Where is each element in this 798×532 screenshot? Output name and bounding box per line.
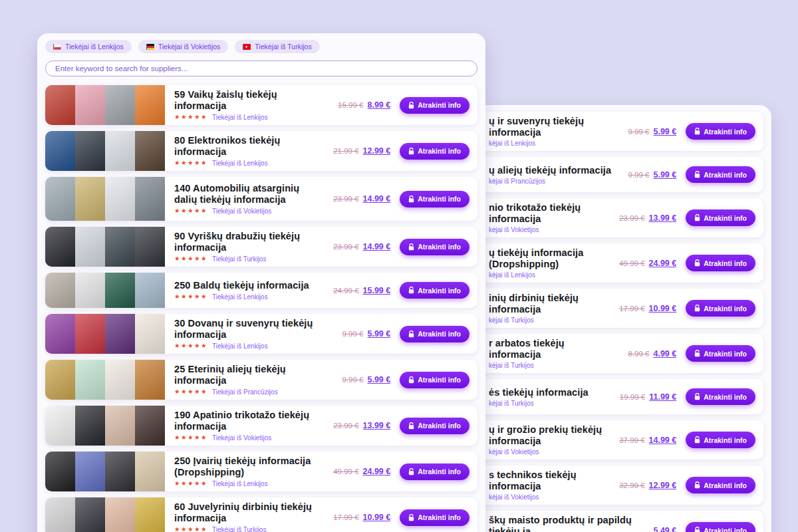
price-group: 8.99 € 4.99 € [623, 349, 677, 358]
search-bar [45, 61, 477, 76]
supplier-row[interactable]: 140 Automobilių atsarginių dalių tiekėjų… [45, 177, 477, 221]
unlock-info-button[interactable]: Atrakinti info [400, 239, 469, 255]
supplier-country: kėjai iš Turkijos [489, 317, 534, 324]
supplier-country: kėjai iš Vokietijos [489, 226, 539, 233]
row-meta: ★★★★★ Tiekėjai iš Lenkijos [174, 113, 327, 121]
chip-label: Tiekėjai iš Vokietijos [158, 43, 221, 51]
product-thumbnail [135, 360, 165, 400]
unlock-info-button[interactable]: Atrakinti info [400, 191, 469, 207]
lock-icon [694, 350, 700, 357]
row-meta: kėjai iš Lenkijos [489, 140, 618, 147]
row-title: 250 Įvairių tiekėjų informacija (Dropshi… [174, 456, 323, 478]
star-rating: ★★★★★ [174, 207, 207, 215]
old-price: 17.99 € [619, 305, 644, 313]
country-filter-chip[interactable]: Tiekėjai iš Turkijos [235, 40, 319, 53]
new-price: 13.99 € [363, 421, 391, 430]
unlock-info-button[interactable]: Atrakinti info [686, 209, 755, 226]
unlock-info-button[interactable]: Atrakinti info [400, 418, 469, 434]
unlock-info-button[interactable]: Atrakinti info [400, 372, 469, 388]
row-title: 190 Apatinio trikotažo tiekėjų informaci… [174, 410, 323, 432]
suppliers-panel-front: Tiekėjai iš Lenkijos Tiekėjai iš Vokieti… [37, 33, 485, 532]
new-price: 12.99 € [363, 146, 391, 156]
row-title: s technikos tiekėjų informacija [489, 469, 608, 492]
unlock-button-label: Atrakinti info [704, 214, 747, 222]
country-filter-chip[interactable]: Tiekėjai iš Vokietijos [138, 40, 229, 53]
product-thumbnail [105, 131, 135, 171]
row-meta: kėjai iš Vokietijos [489, 448, 608, 456]
old-price: 19.99 € [620, 393, 645, 401]
new-price: 5.99 € [653, 170, 676, 180]
supplier-row[interactable]: 30 Dovanų ir suvenyrų tiekėjų informacij… [45, 314, 477, 354]
row-title: 80 Elektronikos tiekėjų informacija [174, 135, 323, 158]
old-price: 9.99 € [628, 128, 650, 136]
unlock-info-button[interactable]: Atrakinti info [400, 464, 469, 480]
unlock-button-label: Atrakinti info [418, 101, 461, 109]
new-price: 10.99 € [363, 513, 391, 522]
product-thumbnails [45, 406, 165, 446]
supplier-row[interactable]: 25 Eterinių aliejų tiekėjų informacija ★… [45, 360, 477, 400]
supplier-row[interactable]: 90 Vyriškų drabužių tiekėjų informacija … [45, 227, 477, 267]
unlock-info-button[interactable]: Atrakinti info [686, 522, 755, 532]
unlock-info-button[interactable]: Atrakinti info [400, 282, 469, 299]
price-group: 9.99 € 5.99 € [623, 127, 677, 136]
supplier-row[interactable]: 190 Apatinio trikotažo tiekėjų informaci… [45, 406, 477, 446]
unlock-info-button[interactable]: Atrakinti info [686, 300, 755, 317]
product-thumbnail [135, 497, 165, 532]
row-info: 80 Elektronikos tiekėjų informacija ★★★★… [165, 131, 328, 171]
lock-icon [694, 436, 700, 444]
row-info: 140 Automobilių atsarginių dalių tiekėjų… [165, 179, 328, 219]
unlock-info-button[interactable]: Atrakinti info [686, 166, 755, 183]
old-price: 15.99 € [338, 101, 363, 109]
product-thumbnail [135, 406, 165, 446]
unlock-info-button[interactable]: Atrakinti info [686, 388, 755, 405]
old-price: 37.99 € [619, 436, 644, 444]
lock-icon [408, 196, 414, 203]
unlock-info-button[interactable]: Atrakinti info [686, 477, 755, 493]
old-price: 49.99 € [333, 467, 358, 475]
unlock-info-button[interactable]: Atrakinti info [400, 509, 469, 526]
product-thumbnails [45, 360, 165, 400]
price-group: 24.99 € 15.99 € [328, 286, 390, 295]
row-meta: ★★★★★ Tiekėjai iš Lenkijos [174, 293, 323, 301]
unlock-info-button[interactable]: Atrakinti info [400, 143, 469, 160]
supplier-row[interactable]: 250 Įvairių tiekėjų informacija (Dropshi… [45, 452, 477, 491]
unlock-button-label: Atrakinti info [418, 422, 461, 430]
row-meta: ★★★★★ Tiekėjai iš Vokietijos [174, 434, 323, 442]
unlock-button-label: Atrakinti info [704, 171, 747, 179]
unlock-info-button[interactable]: Atrakinti info [686, 432, 755, 448]
product-thumbnails [45, 85, 165, 125]
supplier-country: Tiekėjai iš Lenkijos [212, 480, 268, 487]
old-price: 32.99 € [619, 481, 644, 489]
row-meta: ★★★★★ Tiekėjai iš Vokietijos [174, 207, 323, 215]
price-group: 32.99 € 12.99 € [614, 481, 676, 490]
unlock-info-button[interactable]: Atrakinti info [686, 345, 755, 362]
country-filter-chip[interactable]: Tiekėjai iš Lenkijos [45, 40, 132, 53]
supplier-row[interactable]: 250 Baldų tiekėjų informacija ★★★★★ Tiek… [45, 273, 477, 308]
supplier-row[interactable]: 80 Elektronikos tiekėjų informacija ★★★★… [45, 131, 477, 171]
unlock-button-label: Atrakinti info [418, 467, 461, 475]
product-thumbnail [75, 497, 105, 532]
new-price: 8.99 € [367, 100, 390, 110]
unlock-button-label: Atrakinti info [704, 527, 747, 532]
unlock-info-button[interactable]: Atrakinti info [400, 97, 469, 114]
supplier-row[interactable]: 60 Juvelyrinių dirbinių tiekėjų informac… [45, 497, 477, 532]
row-title: 59 Vaikų žaislų tiekėjų informacija [174, 89, 327, 112]
row-title: ų ir suvenyrų tiekėjų informacija [489, 116, 618, 138]
chip-label: Tiekėjai iš Turkijos [255, 43, 311, 51]
product-thumbnail [75, 177, 105, 221]
product-thumbnail [105, 227, 135, 267]
unlock-info-button[interactable]: Atrakinti info [686, 255, 755, 271]
product-thumbnail [135, 131, 165, 171]
row-title: 140 Automobilių atsarginių dalių tiekėjų… [174, 183, 323, 205]
price-group: 15.99 € 8.99 € [332, 100, 390, 110]
search-input[interactable] [45, 61, 477, 76]
unlock-info-button[interactable]: Atrakinti info [400, 326, 469, 342]
unlock-info-button[interactable]: Atrakinti info [686, 123, 755, 140]
old-price: 9.99 € [628, 171, 650, 179]
unlock-button-label: Atrakinti info [418, 376, 461, 384]
supplier-row[interactable]: 59 Vaikų žaislų tiekėjų informacija ★★★★… [45, 85, 477, 125]
new-price: 14.99 € [363, 194, 391, 203]
row-title: ų ir grožio prekių tiekėjų informacija [489, 424, 608, 447]
row-title: škų maisto produktų ir papildų tiekėjų j… [489, 515, 642, 532]
unlock-button-label: Atrakinti info [704, 128, 747, 136]
